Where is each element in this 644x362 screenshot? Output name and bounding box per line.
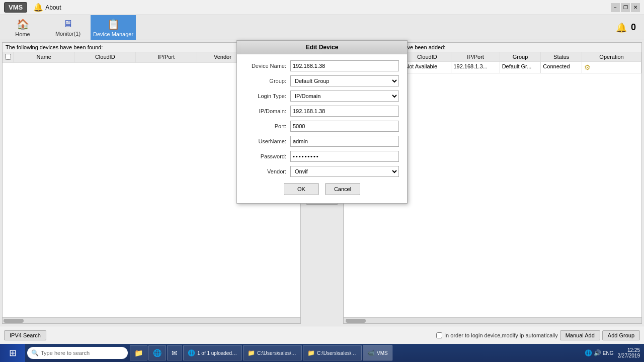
footer-right: In order to login device,modify ip autom…: [436, 330, 640, 340]
port-input[interactable]: [290, 121, 399, 132]
th-ipport: IP/Port: [136, 52, 197, 62]
device-manager-icon: 📋: [107, 18, 120, 30]
minimize-button[interactable]: −: [611, 3, 620, 12]
time-display: 12:25: [618, 347, 640, 353]
login-type-select[interactable]: IP/Domain: [290, 90, 399, 102]
search-icon: 🔍: [31, 349, 39, 356]
taskbar-item-browser[interactable]: 🌐: [148, 345, 166, 360]
select-all-found[interactable]: [5, 54, 11, 60]
lang-label: ENG: [603, 350, 614, 356]
nav-home[interactable]: 🏠 Home: [0, 15, 45, 40]
taskbar-icons: 🌐 🔊 ENG: [585, 349, 614, 356]
operation-icon[interactable]: ⚙: [584, 63, 591, 71]
vendor-select[interactable]: Onvif: [290, 166, 399, 177]
ok-button[interactable]: OK: [284, 183, 319, 195]
found-h-scroll[interactable]: [3, 317, 300, 323]
nav-bar: 🏠 Home 🖥 Monitor(1) 📋 Device Manager 🔔 0: [0, 15, 644, 40]
password-input[interactable]: [290, 151, 399, 162]
home-label: Home: [15, 31, 30, 37]
ipdomain-input[interactable]: [290, 106, 399, 117]
folder-icon: 📁: [134, 349, 143, 357]
device-manager-label: Device Manager: [93, 31, 133, 37]
th-added-ipport: IP/Port: [451, 52, 500, 61]
form-row-ipdomain: IP/Domain:: [245, 106, 399, 117]
th-added-operation: Operation: [582, 52, 641, 61]
taskbar-open-app-2[interactable]: 📁 C:\Users\sales\Des...: [303, 345, 362, 360]
device-name-input[interactable]: [290, 60, 399, 71]
open-app-0-label: 1 of 1 uploaded - Y...: [197, 350, 237, 356]
form-buttons: OK Cancel: [245, 183, 399, 195]
notification-count: 0: [631, 22, 636, 33]
open-app-1-label: C:\Users\sales\Doc...: [257, 350, 297, 356]
edit-device-body: Device Name: Group: Default Group Login …: [237, 54, 407, 203]
vendor-label: Vendor:: [245, 168, 290, 174]
title-bar-left: VMS 🔔 About: [4, 2, 61, 13]
open-app-vms-label: VMS: [377, 350, 388, 356]
title-controls: − ❐ ✕: [611, 3, 640, 12]
home-icon: 🏠: [17, 18, 29, 30]
cancel-button[interactable]: Cancel: [325, 183, 360, 195]
restore-button[interactable]: ❐: [621, 3, 630, 12]
upload-icon: 🌐: [188, 349, 195, 356]
taskbar-open-app-0[interactable]: 🌐 1 of 1 uploaded - Y...: [183, 345, 242, 360]
row-operation[interactable]: ⚙: [582, 62, 641, 73]
username-label: UserName:: [245, 138, 290, 144]
footer-left: IPV4 Search: [4, 330, 46, 340]
row-group: Default Gr...: [500, 62, 541, 73]
close-button[interactable]: ✕: [631, 3, 640, 12]
found-h-scroll-thumb[interactable]: [4, 319, 24, 323]
start-button[interactable]: ⊞: [0, 344, 25, 362]
volume-icon: 🔊: [594, 349, 601, 356]
username-input[interactable]: [290, 136, 399, 147]
taskbar-open-app-1[interactable]: 📁 C:\Users\sales\Doc...: [243, 345, 302, 360]
ipv4-search-button[interactable]: IPV4 Search: [4, 330, 46, 340]
form-row-username: UserName:: [245, 136, 399, 147]
th-added-group: Group: [500, 52, 541, 61]
form-row-login-type: Login Type: IP/Domain: [245, 90, 399, 102]
monitor-label: Monitor(1): [55, 31, 80, 37]
nav-device-manager[interactable]: 📋 Device Manager: [91, 15, 136, 40]
taskbar-item-mail[interactable]: ✉: [167, 345, 182, 360]
device-name-label: Device Name:: [245, 63, 290, 69]
notification-area: 🔔 0: [616, 22, 644, 33]
th-cloudid: CloudID: [75, 52, 136, 62]
auto-login-text: In order to login device,modify ip autom…: [444, 332, 558, 338]
th-added-status: Status: [541, 52, 582, 61]
manual-add-button[interactable]: Manual Add: [560, 330, 600, 340]
group-select[interactable]: Default Group: [290, 75, 399, 86]
edit-device-dialog: Edit Device Device Name: Group: Default …: [236, 40, 408, 204]
footer-bar: IPV4 Search In order to login device,mod…: [0, 326, 644, 344]
auto-login-checkbox[interactable]: [436, 332, 442, 338]
date-display: 2/27/2019: [618, 353, 640, 358]
network-icon: 🌐: [585, 349, 592, 356]
taskbar-item-filemanager[interactable]: 📁: [130, 345, 147, 360]
title-bar: VMS 🔔 About − ❐ ✕: [0, 0, 644, 15]
added-h-scroll-thumb[interactable]: [346, 319, 366, 323]
form-row-device-name: Device Name:: [245, 60, 399, 71]
browser-icon: 🌐: [153, 349, 162, 357]
taskbar-search[interactable]: 🔍 Type here to search: [27, 347, 128, 359]
th-added-cloudid: CloudID: [403, 52, 451, 61]
form-row-group: Group: Default Group: [245, 75, 399, 86]
added-h-scroll[interactable]: [344, 317, 641, 323]
group-label: Group:: [245, 78, 290, 84]
add-group-button[interactable]: Add Group: [602, 330, 640, 340]
ipdomain-label: IP/Domain:: [245, 108, 290, 114]
bell-icon: 🔔: [33, 3, 43, 12]
taskbar-items: 📁 🌐 ✉ 🌐 1 of 1 uploaded - Y... 📁 C:\User…: [130, 345, 392, 360]
password-label: Password:: [245, 153, 290, 159]
th-checkbox: [3, 52, 14, 62]
folder-open-icon: 📁: [248, 349, 255, 356]
taskbar-time: 12:25 2/27/2019: [618, 347, 640, 358]
taskbar: ⊞ 🔍 Type here to search 📁 🌐 ✉ 🌐 1 of 1 u…: [0, 344, 644, 362]
port-label: Port:: [245, 123, 290, 129]
taskbar-right: 🌐 🔊 ENG 12:25 2/27/2019: [585, 347, 644, 358]
nav-monitor[interactable]: 🖥 Monitor(1): [45, 15, 91, 40]
notification-bell-icon: 🔔: [616, 22, 627, 33]
auto-login-label: In order to login device,modify ip autom…: [436, 332, 558, 338]
search-placeholder: Type here to search: [41, 350, 90, 356]
taskbar-open-app-vms[interactable]: 📹 VMS: [363, 345, 392, 360]
edit-device-title: Edit Device: [237, 41, 407, 54]
row-status: Connected: [541, 62, 582, 73]
open-app-2-label: C:\Users\sales\Des...: [317, 350, 357, 356]
